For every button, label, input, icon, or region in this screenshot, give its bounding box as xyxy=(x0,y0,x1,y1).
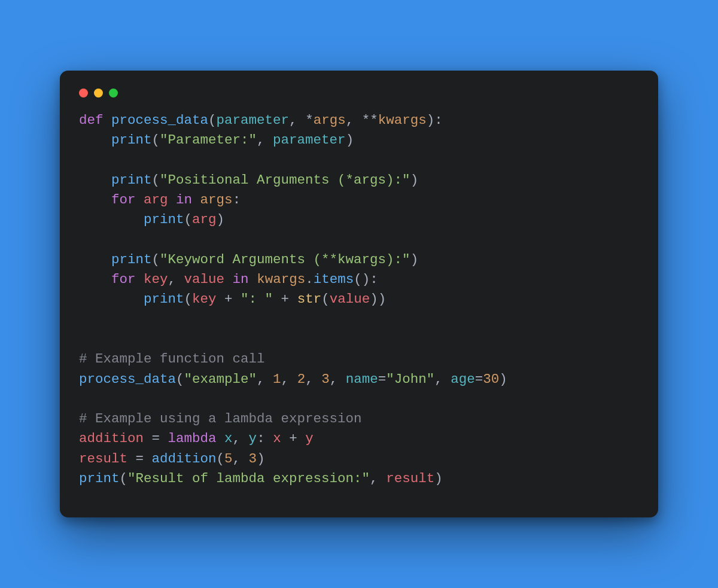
punct-dstar: ** xyxy=(362,112,378,128)
punct-comma: , xyxy=(289,112,305,128)
punct-rparen: ) xyxy=(410,252,419,267)
var-arg: arg xyxy=(144,192,168,208)
punct-comma: , xyxy=(370,471,386,486)
comment-example-lambda: # Example using a lambda expression xyxy=(79,411,362,426)
punct-lparen: ( xyxy=(184,291,193,307)
call-print: print xyxy=(111,132,152,148)
code-window: def process_data(parameter, *args, **kwa… xyxy=(60,71,658,518)
number-2: 2 xyxy=(297,371,306,387)
op-eq: = xyxy=(378,371,387,387)
op-plus: + xyxy=(281,431,306,446)
var-value: value xyxy=(184,272,225,287)
punct-lparen: ( xyxy=(152,172,160,188)
punct-comma: , xyxy=(257,371,273,387)
punct-rparen: ) xyxy=(257,451,265,467)
punct-colon: : xyxy=(434,112,443,128)
var-addition: addition xyxy=(79,431,144,446)
punct-lparen: ( xyxy=(217,451,225,467)
code-block: def process_data(parameter, *args, **kwa… xyxy=(78,111,640,489)
punct-rparen: ) xyxy=(378,291,387,307)
number-1: 1 xyxy=(273,371,281,387)
param-args: args xyxy=(314,112,346,128)
call-print: print xyxy=(144,291,184,307)
punct-comma: , xyxy=(233,431,249,446)
call-print: print xyxy=(79,471,120,486)
punct-rparen: ) xyxy=(410,172,419,188)
punct-rparen: ) xyxy=(499,371,507,387)
zoom-icon[interactable] xyxy=(109,89,118,98)
ident-args: args xyxy=(200,192,233,208)
punct-rparen: ) xyxy=(217,212,225,227)
punct-comma: , xyxy=(281,371,297,387)
call-process-data: process_data xyxy=(79,371,176,387)
var-value: value xyxy=(330,291,370,307)
op-plus: + xyxy=(273,291,297,307)
punct-rparen: ) xyxy=(370,291,378,307)
string-parameter-label: "Parameter:" xyxy=(160,132,257,148)
keyword-in: in xyxy=(233,272,249,287)
punct-comma: , xyxy=(233,451,249,467)
param-parameter: parameter xyxy=(217,112,290,128)
punct-lparen: ( xyxy=(120,471,128,486)
lambda-param-x: x xyxy=(224,431,233,446)
punct-comma: , xyxy=(305,371,321,387)
call-addition: addition xyxy=(152,451,217,467)
var-result: result xyxy=(79,451,127,467)
punct-rparen: ) xyxy=(362,272,370,287)
call-print: print xyxy=(111,252,152,267)
var-y: y xyxy=(305,431,314,446)
number-3b: 3 xyxy=(249,451,257,467)
punct-lparen: ( xyxy=(152,132,160,148)
punct-lparen: ( xyxy=(354,272,362,287)
punct-lparen: ( xyxy=(184,212,193,227)
punct-dot: . xyxy=(305,272,314,287)
punct-lparen: ( xyxy=(176,371,184,387)
param-kwargs: kwargs xyxy=(378,112,427,128)
builtin-str: str xyxy=(297,291,322,307)
punct-rparen: ) xyxy=(346,132,354,148)
string-example: "example" xyxy=(184,371,257,387)
function-name: process_data xyxy=(111,112,208,128)
punct-star: * xyxy=(305,112,314,128)
punct-colon: : xyxy=(370,272,378,287)
keyword-lambda: lambda xyxy=(168,431,217,446)
string-positional-label: "Positional Arguments (*args):" xyxy=(160,172,410,188)
close-icon[interactable] xyxy=(79,89,88,98)
var-arg: arg xyxy=(192,212,217,227)
number-30: 30 xyxy=(483,371,499,387)
punct-comma: , xyxy=(257,132,273,148)
minimize-icon[interactable] xyxy=(94,89,103,98)
punct-comma: , xyxy=(434,371,451,387)
window-traffic-lights xyxy=(78,86,640,111)
var-x: x xyxy=(273,431,281,446)
punct-rparen: ) xyxy=(427,112,435,128)
call-print: print xyxy=(144,212,184,227)
keyword-def: def xyxy=(79,112,104,128)
punct-rparen: ) xyxy=(434,471,443,486)
punct-colon: : xyxy=(257,431,265,446)
punct-lparen: ( xyxy=(152,252,160,267)
number-3: 3 xyxy=(321,371,330,387)
keyword-for: for xyxy=(111,272,136,287)
ident-kwargs: kwargs xyxy=(257,272,305,287)
string-john: "John" xyxy=(386,371,434,387)
kwarg-age: age xyxy=(451,371,475,387)
var-result: result xyxy=(386,471,434,486)
op-eq: = xyxy=(144,431,168,446)
punct-comma: , xyxy=(346,112,362,128)
comment-example-call: # Example function call xyxy=(79,351,265,367)
keyword-in: in xyxy=(176,192,192,208)
op-eq: = xyxy=(127,451,152,467)
number-5: 5 xyxy=(224,451,233,467)
call-print: print xyxy=(111,172,152,188)
string-keyword-label: "Keyword Arguments (**kwargs):" xyxy=(160,252,410,267)
var-key: key xyxy=(144,272,168,287)
punct-lparen: ( xyxy=(321,291,330,307)
punct-lparen: ( xyxy=(208,112,217,128)
punct-comma: , xyxy=(330,371,346,387)
kwarg-name: name xyxy=(346,371,378,387)
ident-parameter: parameter xyxy=(273,132,346,148)
punct-comma: , xyxy=(168,272,184,287)
keyword-for: for xyxy=(111,192,136,208)
var-key: key xyxy=(192,291,217,307)
